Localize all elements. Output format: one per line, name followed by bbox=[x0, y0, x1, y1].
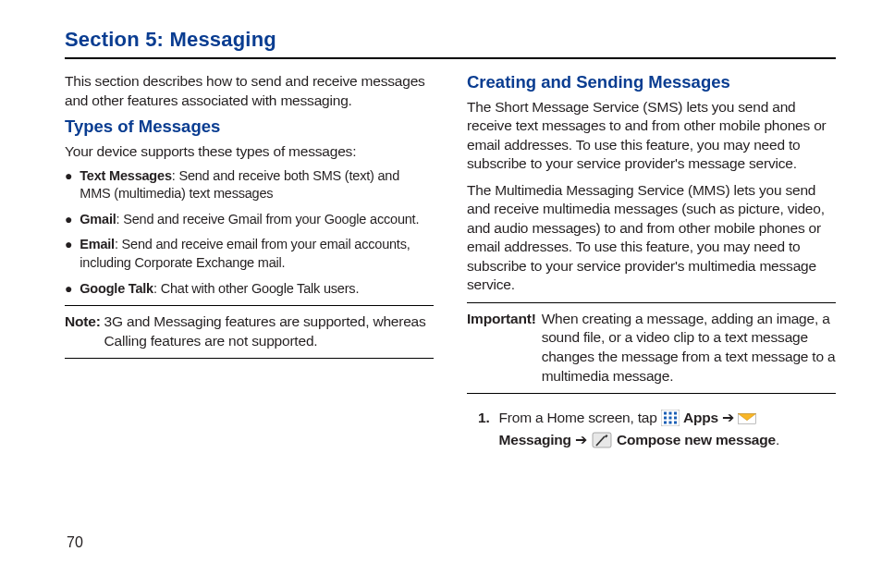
step-list: 1. From a Home screen, tap bbox=[467, 407, 836, 451]
important-content: When creating a message, adding an image… bbox=[542, 310, 836, 387]
intro-paragraph: This section describes how to send and r… bbox=[65, 72, 434, 111]
messaging-label: Messaging bbox=[499, 432, 575, 447]
svg-rect-4 bbox=[664, 417, 667, 420]
list-item: ● Email: Send and receive email from you… bbox=[65, 236, 434, 272]
note-content: 3G and Messaging features are supported,… bbox=[104, 312, 434, 351]
bullet-label: Email bbox=[80, 237, 115, 251]
envelope-icon bbox=[738, 410, 756, 426]
bullet-icon: ● bbox=[65, 236, 72, 253]
arrow-icon: ➔ bbox=[722, 410, 734, 425]
step-item: 1. From a Home screen, tap bbox=[467, 407, 836, 451]
list-item: ● Gmail: Send and receive Gmail from you… bbox=[65, 211, 434, 229]
left-column: This section describes how to send and r… bbox=[65, 72, 434, 451]
apps-label: Apps bbox=[683, 410, 722, 425]
svg-rect-7 bbox=[664, 422, 667, 424]
step-period: . bbox=[776, 432, 779, 447]
bullet-desc: : Chat with other Google Talk users. bbox=[153, 281, 359, 296]
right-column: Creating and Sending Messages The Short … bbox=[467, 72, 836, 451]
svg-rect-2 bbox=[668, 412, 671, 415]
bullet-label: Text Messages bbox=[80, 168, 172, 183]
bullet-icon: ● bbox=[65, 167, 72, 185]
step-content: From a Home screen, tap Apps ➔ bbox=[499, 407, 836, 451]
bullet-icon: ● bbox=[65, 211, 72, 228]
note-block: Note: 3G and Messaging features are supp… bbox=[65, 305, 434, 359]
compose-icon bbox=[591, 431, 613, 449]
sms-paragraph: The Short Message Service (SMS) lets you… bbox=[467, 98, 836, 174]
svg-rect-5 bbox=[668, 417, 671, 420]
important-label: Important! bbox=[467, 310, 536, 387]
arrow-icon: ➔ bbox=[575, 432, 587, 447]
columns-container: This section describes how to send and r… bbox=[65, 72, 836, 451]
compose-label: Compose new message bbox=[617, 432, 776, 447]
step-number: 1. bbox=[478, 407, 490, 451]
svg-rect-1 bbox=[664, 412, 667, 415]
svg-rect-9 bbox=[674, 422, 677, 424]
creating-heading: Creating and Sending Messages bbox=[467, 72, 836, 92]
bullet-desc: : Send and receive Gmail from your Googl… bbox=[116, 212, 420, 227]
bullet-label: Google Talk bbox=[80, 281, 153, 296]
page-number: 70 bbox=[67, 534, 83, 551]
types-heading: Types of Messages bbox=[65, 116, 434, 137]
important-block: Important! When creating a message, addi… bbox=[467, 302, 836, 395]
list-item: ● Text Messages: Send and receive both S… bbox=[65, 167, 434, 203]
bullet-desc: : Send and receive email from your email… bbox=[80, 237, 410, 270]
svg-rect-8 bbox=[668, 422, 671, 424]
message-types-list: ● Text Messages: Send and receive both S… bbox=[65, 167, 434, 298]
step-text-prefix: From a Home screen, tap bbox=[499, 410, 661, 425]
svg-rect-6 bbox=[674, 417, 677, 420]
svg-rect-3 bbox=[674, 412, 677, 415]
note-label: Note: bbox=[65, 312, 101, 351]
list-item: ● Google Talk: Chat with other Google Ta… bbox=[65, 280, 434, 299]
mms-paragraph: The Multimedia Messaging Service (MMS) l… bbox=[467, 181, 836, 295]
bullet-icon: ● bbox=[65, 280, 72, 298]
apps-grid-icon bbox=[661, 410, 680, 426]
types-intro: Your device supports these types of mess… bbox=[65, 142, 434, 162]
section-title: Section 5: Messaging bbox=[65, 28, 836, 59]
bullet-label: Gmail bbox=[80, 212, 116, 227]
